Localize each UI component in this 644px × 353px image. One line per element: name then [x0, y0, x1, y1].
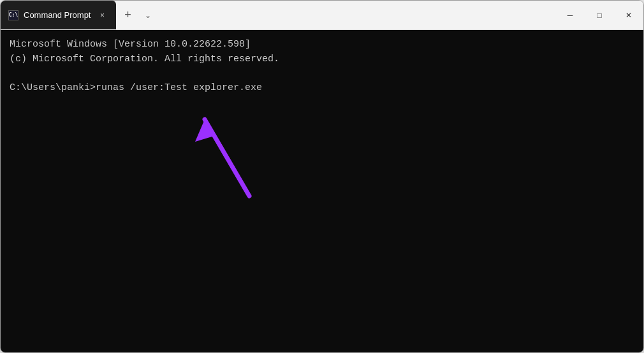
close-button[interactable]: ✕	[614, 1, 643, 29]
terminal-area[interactable]: Microsoft Windows [Version 10.0.22622.59…	[1, 30, 643, 352]
terminal-line-2: (c) Microsoft Corporation. All rights re…	[10, 52, 634, 67]
maximize-button[interactable]: □	[585, 1, 614, 29]
tab-label: Command Prompt	[24, 10, 91, 20]
window: C:\ Command Prompt × + ⌄ ─ □ ✕ Microsoft…	[0, 0, 644, 353]
window-controls: ─ □ ✕	[555, 1, 643, 29]
new-tab-button[interactable]: +	[116, 1, 139, 29]
svg-marker-2	[195, 119, 216, 142]
title-bar: C:\ Command Prompt × + ⌄ ─ □ ✕	[1, 1, 643, 30]
terminal-command-line: C:\Users\panki>runas /user:Test explorer…	[10, 81, 634, 96]
svg-line-1	[205, 119, 249, 196]
terminal-line-1: Microsoft Windows [Version 10.0.22622.59…	[10, 38, 634, 52]
cmd-icon: C:\	[8, 10, 18, 20]
minimize-button[interactable]: ─	[555, 1, 585, 29]
tab-area: C:\ Command Prompt × + ⌄	[1, 1, 278, 29]
tab-dropdown-button[interactable]: ⌄	[139, 1, 157, 29]
tab-close-button[interactable]: ×	[96, 9, 108, 22]
active-tab[interactable]: C:\ Command Prompt ×	[1, 1, 116, 29]
annotation-arrow	[192, 107, 268, 209]
terminal-blank-line	[10, 66, 634, 81]
